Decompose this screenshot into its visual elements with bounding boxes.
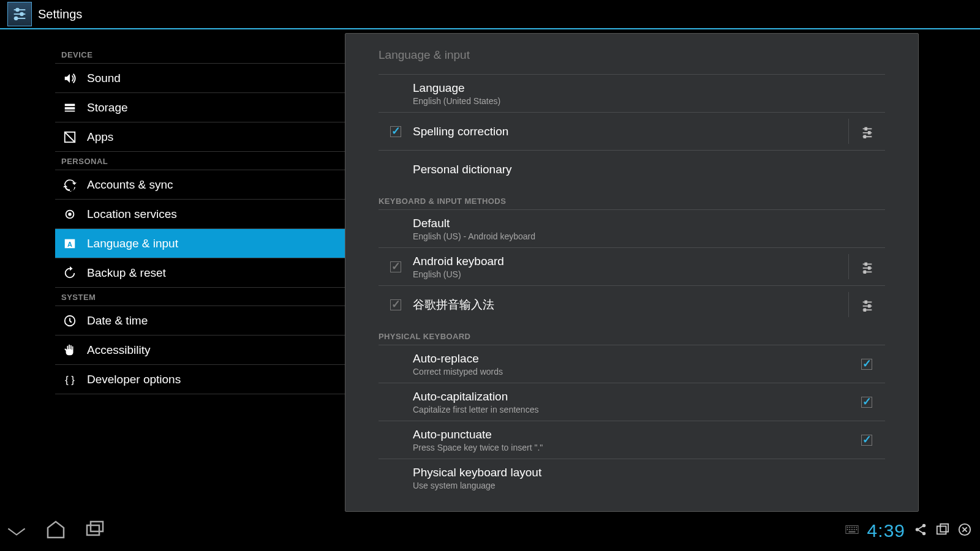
svg-point-3 — [16, 9, 19, 12]
sidebar-item-backup[interactable]: Backup & reset — [55, 258, 345, 288]
row-google-pinyin[interactable]: 谷歌拼音输入法 — [379, 285, 885, 323]
sidebar-item-datetime[interactable]: Date & time — [55, 306, 345, 335]
svg-rect-20 — [868, 132, 870, 134]
svg-point-4 — [20, 13, 23, 16]
detail-column: Language & input Language English (Unite… — [345, 29, 980, 512]
svg-rect-34 — [87, 525, 99, 535]
row-title: 谷歌拼音输入法 — [413, 297, 848, 313]
row-physical-layout[interactable]: Physical keyboard layout Use system lang… — [379, 459, 885, 497]
settings-sliders-icon[interactable] — [848, 254, 885, 279]
keyboard-a-icon: A — [61, 237, 78, 250]
row-title: Android keyboard — [413, 255, 848, 268]
row-subtitle: English (US) - Android keyboard — [413, 231, 885, 241]
storage-icon — [61, 101, 78, 114]
sidebar-item-sound[interactable]: Sound — [55, 64, 345, 93]
svg-rect-47 — [848, 531, 855, 533]
settings-sliders-icon[interactable] — [848, 119, 885, 144]
sidebar-item-label: Storage — [87, 101, 128, 114]
row-default-ime[interactable]: Default English (US) - Android keyboard — [379, 209, 885, 247]
svg-rect-33 — [864, 309, 865, 311]
workspace: DEVICE Sound Storage Apps PERSONAL Accou… — [0, 29, 980, 512]
svg-rect-27 — [864, 271, 865, 273]
row-language[interactable]: Language English (United States) — [379, 74, 885, 112]
system-navbar: 4:39 — [0, 512, 980, 550]
sidebar-item-developer[interactable]: { } Developer options — [55, 365, 345, 394]
sidebar-item-accounts[interactable]: Accounts & sync — [55, 170, 345, 200]
row-title: Language — [413, 81, 885, 95]
sidebar-item-location[interactable]: Location services — [55, 200, 345, 229]
row-title: Spelling correction — [413, 125, 848, 138]
sidebar-item-label: Date & time — [87, 314, 148, 328]
row-auto-replace[interactable]: Auto-replace Correct mistyped words — [379, 345, 885, 383]
keyboard-status-icon[interactable] — [845, 523, 859, 539]
svg-rect-7 — [65, 107, 75, 110]
svg-line-52 — [918, 530, 922, 533]
home-button[interactable] — [45, 519, 66, 542]
location-icon — [61, 208, 78, 221]
svg-rect-8 — [65, 110, 75, 111]
svg-point-11 — [68, 212, 72, 216]
checkbox-icon[interactable] — [861, 397, 872, 408]
row-title: Personal dictionary — [413, 163, 885, 176]
back-button[interactable] — [6, 519, 27, 542]
row-auto-punctuate[interactable]: Auto-punctuate Press Space key twice to … — [379, 421, 885, 459]
row-auto-capitalization[interactable]: Auto-capitalization Capitalize first let… — [379, 383, 885, 421]
row-subtitle: English (US) — [413, 269, 848, 279]
row-android-keyboard[interactable]: Android keyboard English (US) — [379, 247, 885, 285]
sidebar-item-storage[interactable]: Storage — [55, 93, 345, 122]
settings-app-icon — [7, 2, 32, 26]
svg-line-51 — [918, 527, 922, 530]
checkbox-icon[interactable] — [390, 126, 401, 137]
svg-rect-32 — [868, 305, 870, 307]
svg-rect-45 — [853, 529, 854, 530]
sidebar-item-label: Apps — [87, 130, 113, 144]
row-subtitle: Capitalize first letter in sentences — [413, 405, 848, 414]
checkbox-icon[interactable] — [861, 435, 872, 446]
sidebar-item-accessibility[interactable]: Accessibility — [55, 335, 345, 365]
svg-rect-39 — [851, 527, 853, 528]
row-subtitle: Use system language — [413, 481, 885, 490]
sidebar-item-label: Backup & reset — [87, 266, 166, 280]
sidebar-item-label: Developer options — [87, 373, 181, 386]
clock-icon — [61, 314, 78, 328]
svg-rect-19 — [865, 127, 867, 130]
sidebar-item-label: Language & input — [87, 237, 178, 250]
svg-rect-21 — [864, 135, 865, 138]
screenshot-icon[interactable] — [936, 523, 949, 539]
braces-icon: { } — [61, 373, 78, 386]
checkbox-icon[interactable] — [390, 299, 401, 310]
row-personal-dictionary[interactable]: Personal dictionary — [379, 150, 885, 188]
sidebar-item-apps[interactable]: Apps — [55, 122, 345, 152]
row-title: Auto-capitalization — [413, 390, 848, 403]
row-subtitle: English (United States) — [413, 96, 885, 106]
titlebar: Settings — [0, 0, 980, 29]
row-title: Default — [413, 217, 885, 230]
svg-rect-31 — [865, 301, 867, 303]
svg-rect-40 — [853, 527, 854, 528]
section-header-physical: PHYSICAL KEYBOARD — [379, 323, 885, 345]
checkbox-icon[interactable] — [390, 261, 401, 272]
row-subtitle: Correct mistyped words — [413, 367, 848, 377]
sidebar-section-system: SYSTEM — [55, 288, 345, 306]
svg-rect-37 — [846, 527, 848, 528]
row-subtitle: Press Space key twice to insert "." — [413, 443, 848, 452]
recent-apps-button[interactable] — [85, 519, 105, 542]
sidebar-item-label: Accessibility — [87, 343, 150, 357]
svg-rect-26 — [868, 267, 870, 269]
svg-text:{ }: { } — [65, 373, 75, 384]
sidebar-item-label: Location services — [87, 208, 177, 221]
hand-icon — [61, 343, 78, 357]
svg-rect-6 — [65, 103, 75, 106]
svg-rect-41 — [856, 527, 857, 528]
sidebar-section-personal: PERSONAL — [55, 152, 345, 170]
sidebar-section-device: DEVICE — [55, 45, 345, 64]
share-icon[interactable] — [914, 523, 927, 539]
close-x-icon[interactable] — [958, 523, 971, 539]
settings-sliders-icon[interactable] — [848, 292, 885, 317]
checkbox-icon[interactable] — [861, 359, 872, 370]
row-spelling-correction[interactable]: Spelling correction — [379, 112, 885, 150]
sidebar-item-language[interactable]: A Language & input — [55, 229, 345, 258]
clock-time[interactable]: 4:39 — [867, 520, 905, 541]
svg-rect-43 — [849, 529, 850, 530]
row-title: Physical keyboard layout — [413, 466, 885, 479]
